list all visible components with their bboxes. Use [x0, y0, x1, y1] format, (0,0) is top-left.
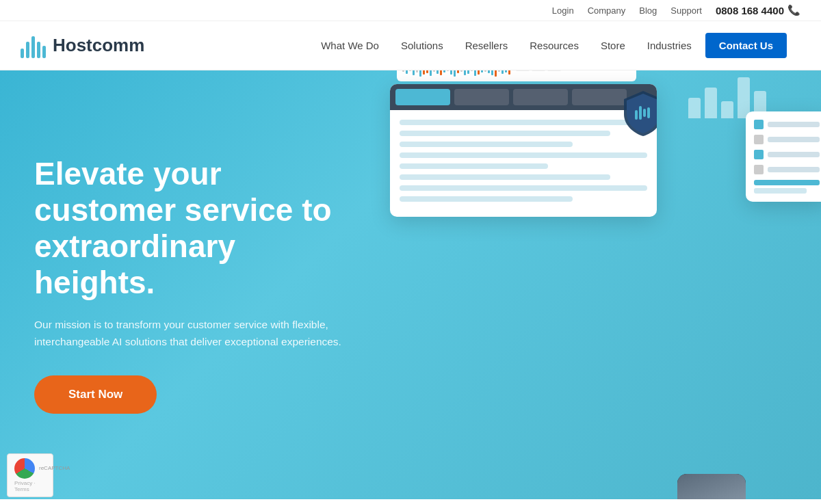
svg-rect-0: [635, 110, 638, 120]
company-link[interactable]: Company: [588, 5, 626, 16]
svg-rect-2: [643, 109, 646, 117]
hero-visuals: [356, 70, 821, 499]
blog-link[interactable]: Blog: [639, 5, 657, 16]
logo-text: Hostcomm: [53, 35, 144, 56]
logo-icon: [21, 34, 46, 58]
nav-industries[interactable]: Industries: [639, 34, 700, 57]
hero-section: Elevate your customer service to extraor…: [0, 70, 821, 499]
logo[interactable]: Hostcomm: [21, 34, 144, 58]
phone-icon: 📞: [787, 4, 800, 16]
nav-store[interactable]: Store: [592, 34, 634, 57]
phone-number: 0808 168 4400 📞: [716, 4, 800, 16]
hero-content: Elevate your customer service to extraor…: [0, 129, 383, 441]
shield-badge: [618, 88, 657, 137]
phone-card: [677, 474, 746, 499]
right-panel-card: [746, 111, 821, 202]
recaptcha-widget: reCAPTCHA Privacy · Terms: [7, 453, 53, 497]
svg-rect-1: [639, 106, 642, 120]
nav-links: What We Do Solutions Resellers Resources…: [313, 33, 787, 58]
phone-screen: [677, 474, 746, 499]
nav-resources[interactable]: Resources: [521, 34, 587, 57]
dashboard-header: [390, 84, 657, 110]
contact-button[interactable]: Contact Us: [705, 33, 787, 58]
top-bar: Login Company Blog Support 0808 168 4400…: [0, 0, 821, 21]
dashboard-card: [390, 84, 657, 217]
nav-resellers[interactable]: Resellers: [457, 34, 517, 57]
start-now-button[interactable]: Start Now: [34, 375, 157, 414]
hero-title: Elevate your customer service to extraor…: [34, 156, 349, 301]
support-link[interactable]: Support: [670, 5, 702, 16]
svg-rect-3: [647, 107, 650, 118]
login-link[interactable]: Login: [552, 5, 574, 16]
waveform-card: [397, 70, 636, 81]
nav-solutions[interactable]: Solutions: [393, 34, 452, 57]
navbar: Hostcomm What We Do Solutions Resellers …: [0, 21, 821, 70]
recaptcha-text: Privacy · Terms: [14, 480, 46, 492]
nav-what-we-do[interactable]: What We Do: [313, 34, 387, 57]
recaptcha-icon: [14, 458, 35, 479]
hero-subtitle: Our mission is to transform your custome…: [34, 317, 349, 351]
